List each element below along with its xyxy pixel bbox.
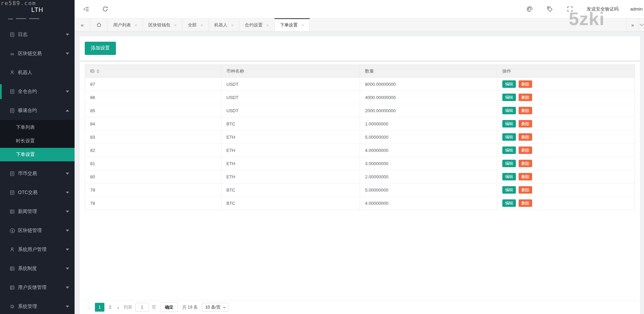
delete-button[interactable]: 删除	[519, 80, 532, 88]
sidebar-item-system-manage[interactable]: 系统管理	[0, 297, 75, 314]
goto-page-input[interactable]	[135, 303, 149, 312]
cell-coin: ETH	[221, 144, 360, 157]
tab-close-icon[interactable]: ×	[200, 23, 203, 27]
current-user[interactable]: admin	[630, 6, 643, 12]
sidebar-item-feedback[interactable]: 用户反馈管理	[0, 278, 75, 297]
edit-button[interactable]: 编辑	[502, 80, 516, 88]
sidebar-item-fast-contract[interactable]: 极速合约	[0, 101, 75, 120]
tabs-scroll-left-icon[interactable]: «	[75, 18, 90, 31]
column-header-amount: 数量	[360, 65, 497, 77]
tabs-scroll-right-icon[interactable]: »	[626, 18, 639, 31]
delete-button[interactable]: 删除	[519, 173, 532, 180]
column-label: ID	[90, 68, 95, 74]
edit-button[interactable]: 编辑	[502, 160, 516, 167]
sidebar-subitem-order-list[interactable]: 下单列表	[0, 121, 75, 134]
theme-palette-icon[interactable]	[526, 5, 533, 13]
sidebar-item-blockchain-manage[interactable]: $ 区块链管理	[0, 221, 75, 240]
prev-page-icon[interactable]: ‹	[88, 305, 90, 310]
tab-2[interactable]: 全部×	[182, 18, 209, 31]
delete-button[interactable]: 删除	[519, 120, 532, 127]
next-page-icon[interactable]: ›	[117, 305, 119, 310]
page-size-select[interactable]: 10 条/页	[202, 303, 228, 312]
header-actions: 发送安全验证码 admin	[526, 5, 644, 13]
edit-button[interactable]: 编辑	[502, 199, 516, 207]
tab-4[interactable]: 合约设置×	[239, 18, 275, 31]
home-tab-icon[interactable]	[90, 18, 108, 31]
tab-close-icon[interactable]: ×	[301, 23, 304, 27]
tag-icon[interactable]	[546, 5, 554, 13]
tab-3[interactable]: 机器人×	[209, 18, 240, 31]
edit-button[interactable]: 编辑	[502, 107, 516, 114]
sidebar-item-label: 币币交易	[18, 171, 66, 177]
sort-icon[interactable]	[97, 69, 99, 73]
edit-button[interactable]: 编辑	[502, 94, 516, 101]
svg-text:$: $	[12, 229, 13, 232]
fullscreen-icon[interactable]	[566, 5, 574, 13]
sidebar-item-system-rules[interactable]: 系统制度	[0, 259, 75, 278]
edit-button[interactable]: 编辑	[502, 186, 516, 194]
sidebar-item-label: 区块链管理	[18, 228, 66, 234]
edit-button[interactable]: 编辑	[502, 133, 516, 141]
tab-1[interactable]: 区块链钱包×	[143, 18, 183, 31]
goto-page-label: 到第	[124, 305, 132, 310]
sidebar-subitem-duration-settings[interactable]: 时长设置	[0, 134, 75, 148]
sidebar-item-coin-trade[interactable]: 币币交易	[0, 164, 75, 183]
add-settings-button[interactable]: 添加设置	[85, 42, 116, 55]
tab-bar: « 用户列表×区块链钱包×全部×机器人×合约设置×下单设置× »	[75, 18, 644, 32]
sidebar-item-clipped[interactable]	[0, 14, 75, 25]
delete-button[interactable]: 删除	[519, 133, 532, 141]
tab-label: 全部	[188, 22, 197, 28]
sidebar-item-blockchain-trade[interactable]: ∞ 区块链交易	[0, 44, 75, 63]
delete-button[interactable]: 删除	[519, 107, 532, 114]
admin-app: re589.com 5zki LTH 日志 ∞ 区块链交易 机器人	[0, 0, 644, 314]
delete-button[interactable]: 删除	[519, 160, 532, 167]
edit-button[interactable]: 编辑	[502, 146, 516, 154]
sidebar-fold-icon[interactable]	[83, 5, 90, 13]
chevron-down-icon	[66, 173, 69, 175]
tab-close-icon[interactable]: ×	[231, 23, 234, 27]
delete-button[interactable]: 删除	[519, 199, 532, 207]
cell-amount: 3.00000000	[360, 157, 497, 170]
page-number-1[interactable]: 1	[95, 303, 104, 312]
table-body: 87USDT8000.00000000编辑删除86USDT4000.000000…	[85, 78, 635, 210]
tab-label: 用户列表	[113, 22, 131, 28]
tab-close-icon[interactable]: ×	[266, 23, 269, 27]
delete-button[interactable]: 删除	[519, 94, 532, 101]
sidebar-item-robot[interactable]: 机器人	[0, 63, 75, 82]
goto-confirm-button[interactable]: 确定	[161, 302, 178, 312]
delete-button[interactable]: 删除	[519, 146, 532, 154]
cell-id: 87	[85, 78, 221, 91]
tab-close-icon[interactable]: ×	[174, 23, 177, 27]
table-row: 78BTC4.00000000编辑删除	[85, 197, 635, 210]
cell-amount: 5.00000000	[360, 183, 497, 196]
sidebar-subitem-order-settings[interactable]: 下单设置	[0, 148, 75, 161]
edit-button[interactable]: 编辑	[502, 173, 516, 180]
sidebar-item-news[interactable]: 新闻管理	[0, 202, 75, 221]
refresh-icon[interactable]	[101, 5, 109, 13]
page-number-2[interactable]: 2	[106, 303, 114, 312]
column-header-id[interactable]: ID	[85, 65, 221, 77]
tab-5[interactable]: 下单设置×	[275, 18, 310, 31]
cell-id: 82	[85, 144, 221, 157]
tabs-dropdown-icon[interactable]	[639, 18, 644, 31]
cell-coin: BTC	[221, 183, 360, 196]
chevron-up-icon	[66, 110, 69, 112]
chevron-down-icon	[66, 91, 69, 93]
sidebar-item-otc-trade[interactable]: OTC交易	[0, 183, 75, 202]
send-security-code-button[interactable]: 发送安全验证码	[587, 6, 619, 12]
sidebar-item-logs[interactable]: 日志	[0, 25, 75, 44]
sidebar-item-system-users[interactable]: 系统用户管理	[0, 240, 75, 259]
table-row: 86USDT4000.00000000编辑删除	[85, 91, 635, 104]
sidebar-item-label: 系统管理	[18, 303, 66, 310]
doc-icon	[9, 108, 16, 113]
tab-close-icon[interactable]: ×	[135, 23, 137, 27]
cell-id: 80	[85, 170, 221, 183]
app-logo: LTH	[0, 0, 75, 14]
user-icon	[9, 247, 16, 252]
news-icon	[9, 266, 16, 271]
tab-0[interactable]: 用户列表×	[108, 18, 143, 31]
sidebar-item-full-contract[interactable]: 全仓合约	[0, 82, 75, 101]
cell-coin: USDT	[221, 78, 360, 91]
delete-button[interactable]: 删除	[519, 186, 532, 194]
edit-button[interactable]: 编辑	[502, 120, 516, 127]
